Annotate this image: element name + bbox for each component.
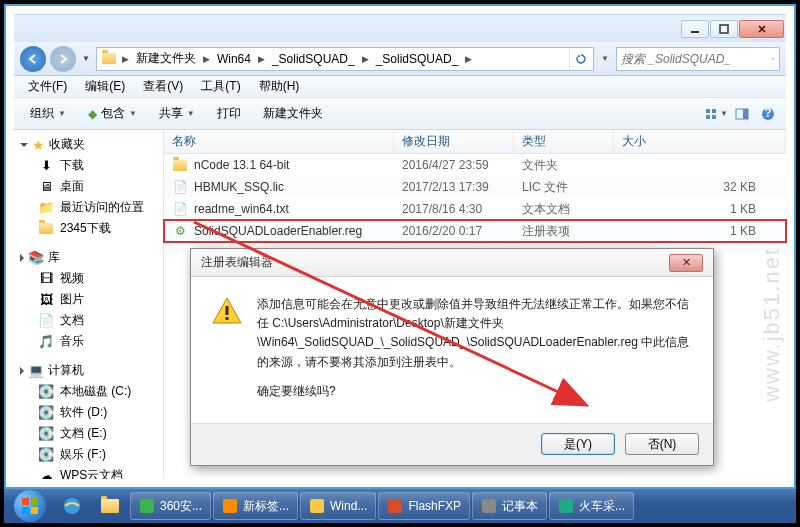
file-row[interactable]: 📄readme_win64.txt2017/8/16 4:30文本文档1 KB (164, 198, 786, 220)
file-icon: 📄 (172, 201, 188, 217)
dialog-no-button[interactable]: 否(N) (625, 433, 699, 455)
taskbar-pin-explorer[interactable] (92, 492, 128, 520)
watermark: www.jb51.net (759, 247, 785, 402)
preview-pane-button[interactable] (730, 102, 754, 126)
file-row[interactable]: ⚙SolidSQUADLoaderEnabler.reg2016/2/20 0:… (164, 220, 786, 242)
taskbar-item[interactable]: FlashFXP (378, 492, 470, 520)
dialog-close-button[interactable]: ✕ (669, 254, 703, 272)
column-type[interactable]: 类型 (514, 130, 614, 153)
search-input[interactable] (621, 52, 772, 66)
taskbar-item[interactable]: Wind... (300, 492, 376, 520)
column-header-row: 名称 修改日期 类型 大小 (164, 130, 786, 154)
column-size[interactable]: 大小 (614, 130, 786, 153)
breadcrumb-bar[interactable]: ▶ 新建文件夹 ▶ Win64 ▶ _SolidSQUAD_ ▶ _SolidS… (96, 47, 594, 71)
share-label: 共享 (159, 105, 183, 122)
forward-button[interactable] (50, 46, 76, 72)
column-date[interactable]: 修改日期 (394, 130, 514, 153)
history-dropdown[interactable]: ▼ (80, 54, 92, 63)
close-button[interactable] (739, 20, 784, 38)
dialog-text-line2: 确定要继续吗? (257, 382, 693, 401)
bc-arrow-icon[interactable]: ▶ (119, 54, 132, 64)
sidebar-item-wps[interactable]: ☁WPS云文档 (14, 465, 163, 479)
taskbar-item[interactable]: 360安... (130, 492, 211, 520)
bc-seg-1[interactable]: Win64 (213, 48, 255, 70)
taskbar-item-label: 360安... (160, 498, 202, 515)
sidebar-item-videos[interactable]: 🎞视频 (14, 268, 163, 289)
folder-icon (38, 221, 54, 237)
bc-arrow-icon[interactable]: ▶ (462, 54, 475, 64)
svg-text:?: ? (764, 107, 771, 120)
sidebar-item-ddrive[interactable]: 💽软件 (D:) (14, 402, 163, 423)
file-type: 文本文档 (514, 201, 614, 218)
organize-button[interactable]: 组织▼ (20, 102, 76, 125)
newfolder-button[interactable]: 新建文件夹 (253, 102, 333, 125)
sidebar-item-music[interactable]: 🎵音乐 (14, 331, 163, 352)
separator-dropdown[interactable]: ▼ (598, 52, 612, 66)
dialog-text-line1: 添加信息可能会在无意中更改或删除值并导致组件无法继续正常工作。如果您不信任 C:… (257, 295, 693, 372)
sidebar-item-pictures[interactable]: 🖼图片 (14, 289, 163, 310)
taskbar-item-label: 新标签... (243, 498, 289, 515)
svg-rect-5 (706, 115, 710, 119)
bc-seg-2[interactable]: _SolidSQUAD_ (268, 48, 359, 70)
sidebar-favorites[interactable]: ★收藏夹 (14, 134, 163, 155)
menu-view[interactable]: 查看(V) (135, 76, 191, 97)
file-icon (172, 157, 188, 173)
bc-seg-3[interactable]: _SolidSQUAD_ (372, 48, 463, 70)
menu-file[interactable]: 文件(F) (20, 76, 75, 97)
share-button[interactable]: 共享▼ (149, 102, 205, 125)
sidebar-item-recent[interactable]: 📁最近访问的位置 (14, 197, 163, 218)
dialog-title: 注册表编辑器 (201, 254, 273, 271)
search-box[interactable] (616, 47, 780, 71)
file-row[interactable]: 📄HBMUK_SSQ.lic2017/2/13 17:39LIC 文件32 KB (164, 176, 786, 198)
file-icon: 📄 (172, 179, 188, 195)
sidebar-item-edrive[interactable]: 💽文档 (E:) (14, 423, 163, 444)
sidebar-item-documents[interactable]: 📄文档 (14, 310, 163, 331)
file-row[interactable]: nCode 13.1 64-bit2016/4/27 23:59文件夹 (164, 154, 786, 176)
taskbar-item-label: FlashFXP (408, 499, 461, 513)
sidebar-item-desktop[interactable]: 🖥桌面 (14, 176, 163, 197)
svg-rect-17 (31, 507, 38, 514)
taskbar-item[interactable]: 火车采... (549, 492, 634, 520)
recent-icon: 📁 (38, 200, 54, 216)
taskbar: 360安...新标签...Wind...FlashFXP记事本火车采... (4, 489, 796, 523)
dialog-message: 添加信息可能会在无意中更改或删除值并导致组件无法继续正常工作。如果您不信任 C:… (257, 295, 693, 411)
view-options-button[interactable]: ▼ (704, 102, 728, 126)
help-button[interactable]: ? (756, 102, 780, 126)
menu-edit[interactable]: 编辑(E) (77, 76, 133, 97)
menu-bar: 文件(F) 编辑(E) 查看(V) 工具(T) 帮助(H) (14, 76, 786, 98)
sidebar-libraries[interactable]: 📚库 (14, 247, 163, 268)
refresh-button[interactable] (569, 48, 591, 70)
svg-rect-6 (712, 115, 716, 119)
file-name: 📄HBMUK_SSQ.lic (164, 179, 394, 195)
sidebar-computer[interactable]: 💻计算机 (14, 360, 163, 381)
svg-rect-14 (22, 498, 29, 505)
svg-point-2 (772, 57, 774, 59)
start-button[interactable] (8, 489, 52, 523)
maximize-button[interactable] (710, 20, 738, 38)
file-date: 2017/2/13 17:39 (394, 180, 514, 194)
download-icon: ⬇ (38, 158, 54, 174)
sidebar-item-downloads[interactable]: ⬇下载 (14, 155, 163, 176)
toolbar: 组织▼ ◆包含▼ 共享▼ 打印 新建文件夹 ▼ ? (14, 98, 786, 130)
bc-seg-0[interactable]: 新建文件夹 (132, 48, 200, 70)
taskbar-pin-ie[interactable] (54, 492, 90, 520)
app-icon (309, 498, 325, 514)
sidebar-item-cdrive[interactable]: 💽本地磁盘 (C:) (14, 381, 163, 402)
sidebar-item-2345[interactable]: 2345下载 (14, 218, 163, 239)
bc-arrow-icon[interactable]: ▶ (359, 54, 372, 64)
bc-arrow-icon[interactable]: ▶ (255, 54, 268, 64)
menu-help[interactable]: 帮助(H) (251, 76, 308, 97)
include-button[interactable]: ◆包含▼ (78, 102, 147, 125)
back-button[interactable] (20, 46, 46, 72)
sidebar-item-fdrive[interactable]: 💽娱乐 (F:) (14, 444, 163, 465)
warning-icon (211, 295, 243, 327)
minimize-button[interactable] (681, 20, 709, 38)
column-name[interactable]: 名称 (164, 130, 394, 153)
bc-arrow-icon[interactable]: ▶ (200, 54, 213, 64)
taskbar-item[interactable]: 新标签... (213, 492, 298, 520)
dialog-yes-button[interactable]: 是(Y) (541, 433, 615, 455)
print-button[interactable]: 打印 (207, 102, 251, 125)
taskbar-item[interactable]: 记事本 (472, 492, 547, 520)
menu-tools[interactable]: 工具(T) (193, 76, 248, 97)
taskbar-item-label: Wind... (330, 499, 367, 513)
